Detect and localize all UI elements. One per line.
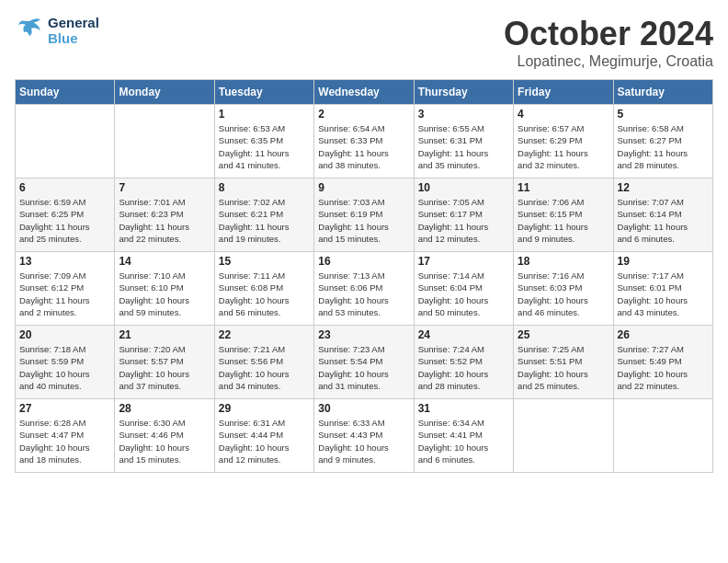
day-info: Sunrise: 7:09 AM Sunset: 6:12 PM Dayligh… (19, 270, 110, 318)
day-number: 15 (219, 255, 310, 268)
weekday-header-saturday: Saturday (613, 80, 712, 105)
day-info: Sunrise: 6:59 AM Sunset: 6:25 PM Dayligh… (19, 196, 110, 245)
day-info: Sunrise: 7:24 AM Sunset: 5:52 PM Dayligh… (418, 343, 509, 392)
weekday-header-sunday: Sunday (16, 80, 115, 105)
calendar-cell: 11Sunrise: 7:06 AM Sunset: 6:15 PM Dayli… (514, 178, 613, 252)
day-info: Sunrise: 7:01 AM Sunset: 6:23 PM Dayligh… (119, 196, 210, 245)
day-info: Sunrise: 7:11 AM Sunset: 6:08 PM Dayligh… (219, 270, 310, 318)
calendar-cell: 10Sunrise: 7:05 AM Sunset: 6:17 PM Dayli… (414, 178, 513, 252)
day-number: 13 (19, 255, 110, 268)
calendar-cell: 19Sunrise: 7:17 AM Sunset: 6:01 PM Dayli… (613, 252, 712, 326)
day-number: 17 (418, 255, 509, 268)
calendar-cell: 13Sunrise: 7:09 AM Sunset: 6:12 PM Dayli… (16, 252, 115, 326)
weekday-header-row: SundayMondayTuesdayWednesdayThursdayFrid… (16, 80, 713, 105)
calendar-week-row: 13Sunrise: 7:09 AM Sunset: 6:12 PM Dayli… (16, 252, 713, 326)
day-info: Sunrise: 7:14 AM Sunset: 6:04 PM Dayligh… (418, 270, 509, 318)
day-info: Sunrise: 6:33 AM Sunset: 4:43 PM Dayligh… (318, 417, 409, 465)
day-number: 18 (518, 255, 609, 268)
calendar-cell: 12Sunrise: 7:07 AM Sunset: 6:14 PM Dayli… (613, 178, 712, 252)
calendar-cell (115, 105, 214, 178)
day-number: 22 (219, 328, 310, 341)
calendar-cell: 6Sunrise: 6:59 AM Sunset: 6:25 PM Daylig… (16, 178, 115, 252)
day-info: Sunrise: 7:10 AM Sunset: 6:10 PM Dayligh… (119, 270, 210, 318)
calendar-cell: 23Sunrise: 7:23 AM Sunset: 5:54 PM Dayli… (314, 326, 414, 399)
day-info: Sunrise: 7:20 AM Sunset: 5:57 PM Dayligh… (119, 343, 210, 392)
location-title: Lopatinec, Megimurje, Croatia (504, 53, 713, 70)
logo-text: General Blue (48, 15, 99, 46)
day-info: Sunrise: 6:57 AM Sunset: 6:29 PM Dayligh… (518, 122, 609, 171)
day-number: 6 (19, 181, 110, 194)
day-number: 1 (219, 108, 310, 121)
day-number: 7 (119, 181, 210, 194)
day-info: Sunrise: 7:18 AM Sunset: 5:59 PM Dayligh… (19, 343, 110, 392)
day-info: Sunrise: 6:34 AM Sunset: 4:41 PM Dayligh… (418, 417, 509, 465)
day-info: Sunrise: 6:28 AM Sunset: 4:47 PM Dayligh… (19, 417, 110, 465)
day-number: 21 (119, 328, 210, 341)
calendar-cell: 20Sunrise: 7:18 AM Sunset: 5:59 PM Dayli… (16, 326, 115, 399)
day-info: Sunrise: 6:53 AM Sunset: 6:35 PM Dayligh… (219, 122, 310, 171)
calendar-cell: 24Sunrise: 7:24 AM Sunset: 5:52 PM Dayli… (414, 326, 513, 399)
day-info: Sunrise: 7:02 AM Sunset: 6:21 PM Dayligh… (219, 196, 310, 245)
day-number: 4 (518, 108, 609, 121)
day-number: 3 (418, 108, 509, 121)
calendar-cell: 7Sunrise: 7:01 AM Sunset: 6:23 PM Daylig… (115, 178, 214, 252)
day-number: 16 (318, 255, 409, 268)
day-info: Sunrise: 7:23 AM Sunset: 5:54 PM Dayligh… (318, 343, 409, 392)
calendar-cell: 30Sunrise: 6:33 AM Sunset: 4:43 PM Dayli… (314, 399, 414, 473)
day-info: Sunrise: 7:03 AM Sunset: 6:19 PM Dayligh… (318, 196, 409, 245)
calendar-cell: 26Sunrise: 7:27 AM Sunset: 5:49 PM Dayli… (613, 326, 712, 399)
calendar-cell: 29Sunrise: 6:31 AM Sunset: 4:44 PM Dayli… (214, 399, 313, 473)
calendar-cell (16, 105, 115, 178)
day-number: 12 (618, 181, 709, 194)
logo-icon (15, 17, 44, 43)
day-info: Sunrise: 7:07 AM Sunset: 6:14 PM Dayligh… (618, 196, 709, 245)
calendar-cell: 2Sunrise: 6:54 AM Sunset: 6:33 PM Daylig… (314, 105, 414, 178)
calendar-table: SundayMondayTuesdayWednesdayThursdayFrid… (15, 79, 713, 473)
calendar-cell (613, 399, 712, 473)
day-number: 9 (318, 181, 409, 194)
day-number: 5 (618, 108, 709, 121)
calendar-cell: 31Sunrise: 6:34 AM Sunset: 4:41 PM Dayli… (414, 399, 513, 473)
calendar-cell: 25Sunrise: 7:25 AM Sunset: 5:51 PM Dayli… (514, 326, 613, 399)
day-info: Sunrise: 6:30 AM Sunset: 4:46 PM Dayligh… (119, 417, 210, 465)
weekday-header-wednesday: Wednesday (314, 80, 414, 105)
day-number: 23 (318, 328, 409, 341)
day-number: 29 (219, 402, 310, 415)
calendar-cell: 28Sunrise: 6:30 AM Sunset: 4:46 PM Dayli… (115, 399, 214, 473)
calendar-cell: 4Sunrise: 6:57 AM Sunset: 6:29 PM Daylig… (514, 105, 613, 178)
weekday-header-monday: Monday (115, 80, 214, 105)
day-info: Sunrise: 7:25 AM Sunset: 5:51 PM Dayligh… (518, 343, 609, 392)
calendar-cell (514, 399, 613, 473)
day-info: Sunrise: 7:13 AM Sunset: 6:06 PM Dayligh… (318, 270, 409, 318)
calendar-week-row: 1Sunrise: 6:53 AM Sunset: 6:35 PM Daylig… (16, 105, 713, 178)
calendar-cell: 18Sunrise: 7:16 AM Sunset: 6:03 PM Dayli… (514, 252, 613, 326)
day-info: Sunrise: 6:54 AM Sunset: 6:33 PM Dayligh… (318, 122, 409, 171)
day-info: Sunrise: 7:21 AM Sunset: 5:56 PM Dayligh… (219, 343, 310, 392)
calendar-week-row: 27Sunrise: 6:28 AM Sunset: 4:47 PM Dayli… (16, 399, 713, 473)
calendar-cell: 15Sunrise: 7:11 AM Sunset: 6:08 PM Dayli… (214, 252, 313, 326)
day-number: 26 (618, 328, 709, 341)
calendar-cell: 1Sunrise: 6:53 AM Sunset: 6:35 PM Daylig… (214, 105, 313, 178)
day-info: Sunrise: 7:17 AM Sunset: 6:01 PM Dayligh… (618, 270, 709, 318)
day-number: 27 (19, 402, 110, 415)
weekday-header-friday: Friday (514, 80, 613, 105)
title-block: October 2024 Lopatinec, Megimurje, Croat… (504, 15, 713, 70)
day-number: 28 (119, 402, 210, 415)
day-number: 31 (418, 402, 509, 415)
weekday-header-tuesday: Tuesday (214, 80, 313, 105)
calendar-cell: 5Sunrise: 6:58 AM Sunset: 6:27 PM Daylig… (613, 105, 712, 178)
day-number: 10 (418, 181, 509, 194)
calendar-cell: 3Sunrise: 6:55 AM Sunset: 6:31 PM Daylig… (414, 105, 513, 178)
calendar-cell: 17Sunrise: 7:14 AM Sunset: 6:04 PM Dayli… (414, 252, 513, 326)
day-info: Sunrise: 7:05 AM Sunset: 6:17 PM Dayligh… (418, 196, 509, 245)
day-info: Sunrise: 6:58 AM Sunset: 6:27 PM Dayligh… (618, 122, 709, 171)
calendar-cell: 21Sunrise: 7:20 AM Sunset: 5:57 PM Dayli… (115, 326, 214, 399)
calendar-cell: 14Sunrise: 7:10 AM Sunset: 6:10 PM Dayli… (115, 252, 214, 326)
day-number: 2 (318, 108, 409, 121)
day-info: Sunrise: 7:06 AM Sunset: 6:15 PM Dayligh… (518, 196, 609, 245)
calendar-cell: 9Sunrise: 7:03 AM Sunset: 6:19 PM Daylig… (314, 178, 414, 252)
day-info: Sunrise: 7:27 AM Sunset: 5:49 PM Dayligh… (618, 343, 709, 392)
day-number: 20 (19, 328, 110, 341)
calendar-week-row: 20Sunrise: 7:18 AM Sunset: 5:59 PM Dayli… (16, 326, 713, 399)
day-number: 30 (318, 402, 409, 415)
